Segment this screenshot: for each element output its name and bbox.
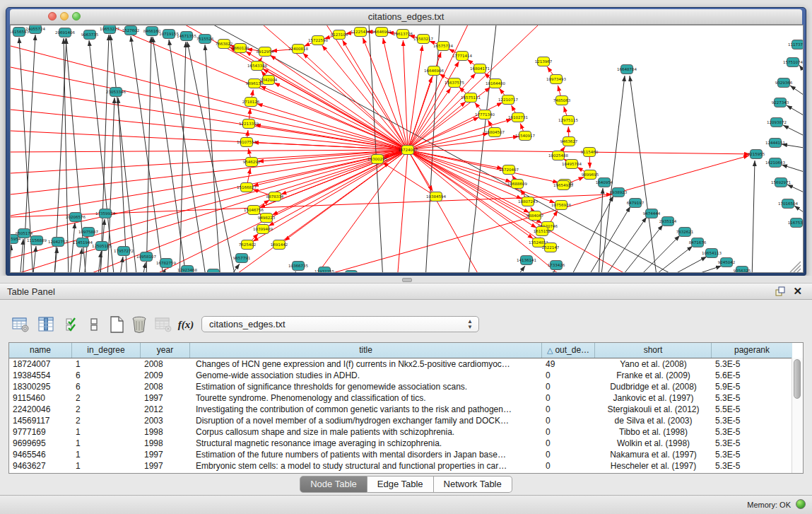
row-height-icon[interactable] [83,314,105,335]
graph-node[interactable]: 15166827 [237,183,257,192]
table-row[interactable]: 946362711997Embryonic stem cells: a mode… [9,460,792,472]
table-selector-dropdown[interactable]: citations_edges.txt ▲▼ [201,316,479,332]
tab-network-table[interactable]: Network Table [434,476,512,493]
graph-node[interactable]: 16648784 [617,65,637,74]
network-window-titlebar[interactable]: citations_edges.txt [10,9,802,25]
graph-node[interactable]: 11173717 [788,40,803,49]
tab-node-table[interactable]: Node Table [300,476,367,493]
graph-node[interactable]: 9860128 [232,44,249,53]
graph-node[interactable]: 1167533 [788,218,803,228]
graph-node[interactable]: 12213359 [239,119,259,129]
table-row[interactable]: 946554611997Estimation of the future num… [9,449,792,460]
graph-node[interactable]: 8466160 [143,27,161,36]
vertical-scrollbar[interactable] [792,358,803,473]
graph-node[interactable]: 16646906 [424,66,444,76]
graph-node[interactable]: 16782759 [156,259,176,268]
graph-node[interactable]: 12042757 [48,238,68,247]
graph-node[interactable]: 10654113 [702,249,722,258]
graph-node[interactable]: 10107553 [237,138,257,147]
graph-node[interactable]: 10973493 [546,75,566,84]
column-header-in_degree[interactable]: in_degree [72,343,141,358]
graph-node[interactable]: 12975115 [558,116,578,125]
graph-node[interactable]: 1640954 [596,178,613,187]
graph-node[interactable]: 14136141 [517,256,536,265]
graph-node[interactable]: 15720407 [499,165,519,175]
graph-node[interactable]: 14671355 [177,32,196,41]
graph-node[interactable]: 7663822 [216,40,233,49]
graph-node[interactable]: 9463627 [560,137,578,146]
table-settings-icon[interactable] [10,314,31,335]
graph-node[interactable]: 16210643 [765,158,785,168]
scrollbar-thumb[interactable] [794,359,801,399]
graph-node[interactable]: 10653227 [100,25,119,34]
graph-node[interactable]: 8912954 [257,47,274,57]
graph-node[interactable]: 7485063 [553,96,571,105]
graph-node[interactable]: 1213967 [535,57,553,66]
column-header-title[interactable]: title [190,343,542,358]
column-header-pagerank[interactable]: pagerank [712,343,792,358]
graph-node[interactable]: 18495784 [562,160,582,169]
graph-node[interactable]: 16804507 [485,128,505,137]
graph-node[interactable]: 17359924 [95,209,115,218]
table-row[interactable]: 1830029562008Estimation of significance … [9,381,792,392]
function-builder-icon[interactable]: f(x) [175,314,196,335]
graph-node[interactable]: 9063735 [81,30,99,40]
graph-node[interactable]: 16102731 [508,113,528,122]
graph-node[interactable]: 15637575 [445,78,464,88]
graph-node[interactable]: 9857791 [233,254,251,263]
graph-node[interactable]: 17016504 [778,199,798,209]
graph-node[interactable]: 20691406 [55,28,75,37]
table-panel-titlebar[interactable]: Table Panel ✕ [0,283,812,300]
graph-node[interactable]: 8215955 [748,150,765,159]
column-header-name[interactable]: name [9,343,72,358]
graph-node[interactable]: 1527602 [122,26,140,35]
graph-node[interactable]: 14594443 [341,271,361,273]
graph-node[interactable]: 12444151 [765,139,785,148]
graph-node[interactable]: 8123104 [331,30,348,40]
graph-node[interactable]: 8938923 [610,188,628,197]
graph-node[interactable]: 16575724 [433,42,453,51]
table-row[interactable]: 1872400712008Changes of HCN gene express… [9,358,792,370]
graph-node[interactable]: 6479197 [627,199,645,208]
new-table-icon[interactable] [106,314,127,335]
graph-node[interactable]: 16646901 [372,28,392,37]
graph-node[interactable]: 19613726 [393,30,413,39]
graph-node[interactable]: 16575111 [461,93,481,103]
tab-edge-table[interactable]: Edge Table [367,476,434,493]
splitter-handle-icon[interactable] [402,278,412,282]
graph-node[interactable]: 1733426 [548,261,565,270]
graph-node[interactable]: 11932255 [314,267,334,273]
float-panel-icon[interactable] [775,286,785,296]
graph-node[interactable]: 9245042 [718,258,736,267]
graph-node[interactable]: 10756928 [551,201,571,210]
graph-node[interactable]: 8878334 [266,192,284,201]
graph-node[interactable]: 18164480 [486,79,505,88]
graph-node[interactable]: 10399489 [253,225,273,234]
close-panel-icon[interactable]: ✕ [793,285,802,298]
graph-node[interactable]: 7625402 [239,240,257,250]
graph-node[interactable]: 16804171 [470,64,490,74]
table-row[interactable]: 911546021997Tourette syndrome. Phenomeno… [9,392,792,404]
resize-grip-icon[interactable] [790,262,801,272]
table-row[interactable]: 1456911722003Disruption of a novel membe… [9,415,792,426]
graph-node[interactable]: 10958107 [136,252,156,262]
graph-node[interactable]: 9884067 [526,211,544,221]
graph-node[interactable]: 9356325 [734,267,751,273]
graph-node[interactable]: 10384594 [426,192,446,201]
graph-node[interactable]: 2718126 [242,98,260,107]
memory-ok-indicator-icon[interactable] [796,499,806,509]
graph-node[interactable]: 12923468 [177,266,197,273]
graph-node[interactable]: 15692971 [771,178,791,187]
graph-node[interactable]: 10025488 [548,151,568,160]
table-row[interactable]: 977716911998Corpus callosum shape and si… [9,426,792,438]
graph-node[interactable]: 11225436 [351,28,370,37]
table-row[interactable]: 2242004622012Investigating the contribut… [9,404,792,415]
table-row[interactable]: 1938455462009Genome-wide association stu… [9,370,792,381]
graph-node[interactable]: 1615152 [534,227,551,236]
graph-node[interactable]: 17957272 [114,247,134,256]
graph-node[interactable]: 9546292 [243,158,261,167]
graph-node[interactable]: 9899695 [582,170,599,180]
graph-node[interactable]: 23053346 [106,88,126,97]
select-rows-icon[interactable] [62,314,83,335]
column-header-out_de[interactable]: △out_de… [542,343,595,358]
